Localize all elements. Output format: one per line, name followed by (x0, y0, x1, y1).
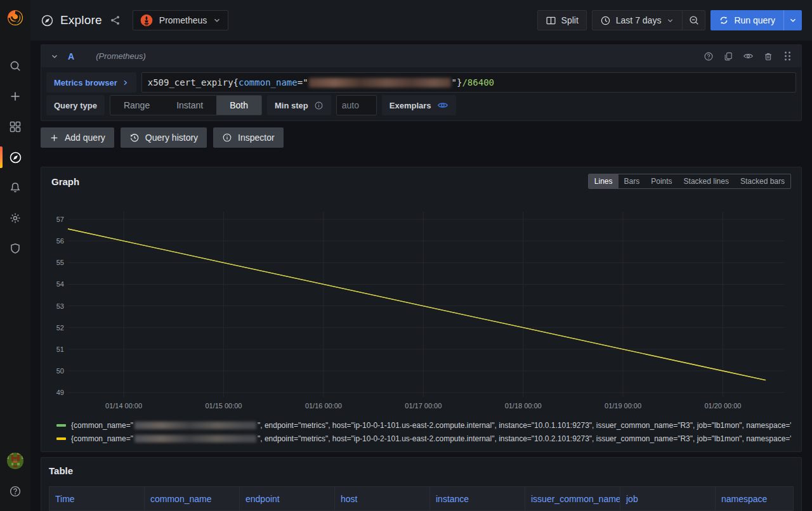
collapse-query-icon[interactable] (50, 52, 59, 61)
explore-content: A (Prometheus) (30, 41, 812, 511)
share-icon[interactable] (110, 15, 121, 26)
legend-text: {common_name=" (71, 434, 133, 443)
time-series-chart[interactable]: 49505152535455565701/14 00:0001/15 00:00… (51, 198, 791, 416)
svg-text:01/15 00:00: 01/15 00:00 (205, 402, 242, 410)
metrics-browser-button[interactable]: Metrics browser (46, 72, 136, 93)
svg-text:01/18 00:00: 01/18 00:00 (505, 402, 542, 410)
duplicate-query-icon[interactable] (723, 51, 733, 61)
graph-style-stacked-bars[interactable]: Stacked bars (735, 174, 790, 188)
datasource-picker[interactable]: Prometheus (133, 10, 228, 30)
svg-text:01/19 00:00: 01/19 00:00 (605, 402, 641, 410)
graph-panel: Graph LinesBarsPointsStacked linesStacke… (41, 167, 802, 452)
sidebar-item-server-admin[interactable] (0, 233, 30, 264)
compass-icon (9, 151, 22, 164)
disable-query-eye-icon[interactable] (743, 51, 754, 61)
run-query-dropdown[interactable] (783, 10, 802, 30)
grafana-logo-icon (6, 8, 25, 27)
inspector-button[interactable]: Inspector (213, 127, 284, 148)
split-icon (546, 15, 556, 26)
table-header-issuer_common_name[interactable]: issuer_common_name (525, 487, 620, 510)
clock-icon (600, 15, 611, 26)
graph-legend: {common_name="", endpoint="metrics", hos… (51, 416, 791, 448)
page-title: Explore (60, 13, 102, 27)
chevron-down-icon (666, 16, 674, 25)
legend-text: {common_name=" (71, 421, 133, 430)
zoom-out-time-button[interactable] (682, 11, 705, 30)
help-icon (9, 485, 22, 498)
graph-style-stacked-lines[interactable]: Stacked lines (678, 174, 735, 188)
user-avatar[interactable] (7, 453, 23, 469)
exemplars-eye-icon[interactable] (437, 100, 449, 111)
exemplars-toggle: Exemplars (382, 95, 456, 115)
query-type-label: Query type (46, 95, 105, 115)
sync-icon (719, 15, 729, 25)
table-header-endpoint[interactable]: endpoint (240, 487, 335, 510)
legend-item-2[interactable]: {common_name="", endpoint="metrics", hos… (56, 432, 791, 445)
delete-query-trash-icon[interactable] (763, 51, 773, 61)
shield-icon (9, 242, 22, 255)
topbar-actions: Split Last 7 days Run (537, 10, 802, 30)
graph-panel-title: Graph (51, 176, 79, 187)
split-button[interactable]: Split (537, 10, 587, 30)
table-header-row: Timecommon_nameendpointhostinstanceissue… (49, 486, 794, 511)
svg-text:57: 57 (56, 216, 64, 223)
query-type-segmented-control: RangeInstantBoth (110, 95, 262, 115)
query-row-header: A (Prometheus) (41, 45, 801, 67)
query-type-instant[interactable]: Instant (163, 96, 216, 115)
chevron-right-icon (122, 79, 129, 86)
graph-style-lines[interactable]: Lines (589, 174, 619, 188)
plus-icon (9, 90, 22, 103)
sidebar-item-create[interactable] (0, 81, 30, 112)
sidebar-item-alerting[interactable] (0, 172, 30, 203)
table-header-host[interactable]: host (335, 487, 430, 510)
svg-text:50: 50 (56, 367, 64, 375)
redacted-common-name-value (309, 78, 451, 87)
table-header-namespace[interactable]: namespace (716, 487, 793, 510)
legend-item-1[interactable]: {common_name="", endpoint="metrics", hos… (56, 418, 791, 432)
table-header-time[interactable]: Time (49, 487, 145, 510)
table-header-common_name[interactable]: common_name (145, 487, 240, 510)
chevron-down-icon (789, 16, 797, 25)
min-step-input[interactable] (336, 95, 377, 115)
sidebar-item-search[interactable] (0, 51, 30, 81)
query-type-both[interactable]: Both (216, 96, 261, 115)
history-icon (129, 133, 140, 143)
chevron-down-icon (213, 16, 221, 25)
graph-style-points[interactable]: Points (645, 174, 678, 188)
explore-page-icon (41, 14, 54, 27)
graph-style-bars[interactable]: Bars (619, 174, 646, 188)
query-ref-id[interactable]: A (68, 51, 74, 61)
sidebar-item-configuration[interactable] (0, 203, 30, 233)
svg-text:56: 56 (56, 237, 64, 245)
dashboards-icon (9, 120, 22, 133)
svg-text:54: 54 (56, 280, 64, 288)
run-query-button[interactable]: Run query (710, 10, 783, 30)
svg-text:01/16 00:00: 01/16 00:00 (305, 402, 342, 410)
bell-icon (9, 181, 22, 194)
grafana-logo[interactable] (0, 0, 30, 36)
info-icon[interactable] (314, 101, 324, 110)
sidebar-item-help[interactable] (0, 481, 30, 502)
sidebar (0, 0, 30, 511)
query-help-icon[interactable] (704, 51, 714, 61)
sidebar-item-dashboards[interactable] (0, 112, 30, 142)
avatar-image (7, 453, 23, 469)
promql-query-input[interactable]: x509_cert_expiry{common_name=""}/86400 (141, 72, 796, 93)
query-type-range[interactable]: Range (110, 96, 163, 115)
drag-handle-icon[interactable] (783, 51, 792, 61)
table-header-instance[interactable]: instance (430, 487, 525, 510)
redacted-common-name-value (134, 422, 256, 429)
plus-icon (49, 133, 59, 143)
query-history-button[interactable]: Query history (121, 127, 207, 148)
svg-text:01/14 00:00: 01/14 00:00 (105, 402, 142, 410)
sidebar-item-explore[interactable] (0, 142, 30, 172)
legend-text: ", endpoint="metrics", host="ip-10-0-2-1… (258, 434, 791, 443)
query-row-actions (704, 51, 792, 61)
add-query-button[interactable]: Add query (41, 127, 114, 148)
table-header-job[interactable]: job (620, 487, 716, 510)
time-picker-group: Last 7 days (592, 10, 706, 30)
zoom-out-icon (688, 15, 700, 26)
time-range-picker[interactable]: Last 7 days (593, 11, 683, 30)
svg-text:55: 55 (56, 259, 64, 266)
query-datasource-hint: (Prometheus) (96, 51, 146, 61)
